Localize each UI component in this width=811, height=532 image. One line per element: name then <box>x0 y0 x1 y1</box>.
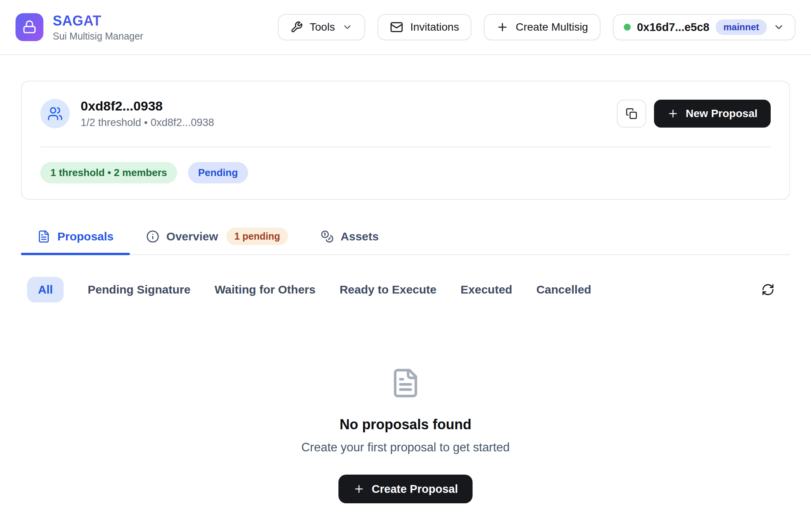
filter-executed[interactable]: Executed <box>461 277 512 302</box>
app-titles: SAGAT Sui Multisig Manager <box>53 13 143 42</box>
filter-all[interactable]: All <box>27 277 64 302</box>
tab-assets[interactable]: Assets <box>304 220 395 254</box>
copy-icon <box>626 108 637 119</box>
create-multisig-button[interactable]: Create Multisig <box>484 14 600 40</box>
tab-overview[interactable]: Overview 1 pending <box>130 220 304 254</box>
app-tagline: Sui Multisig Manager <box>53 31 143 42</box>
file-text-icon <box>390 368 421 399</box>
create-proposal-label: Create Proposal <box>372 483 458 496</box>
tab-label: Assets <box>341 230 379 243</box>
card-divider <box>40 147 771 147</box>
filter-ready-to-execute[interactable]: Ready to Execute <box>340 277 437 302</box>
plus-icon <box>496 21 509 33</box>
info-icon <box>146 230 159 243</box>
empty-subtitle: Create your first proposal to get starte… <box>301 440 510 454</box>
tab-label: Proposals <box>57 230 114 243</box>
proposal-filters: All Pending Signature Waiting for Others… <box>21 277 790 302</box>
multisig-badges: 1 threshold • 2 members Pending <box>40 162 771 183</box>
top-bar: SAGAT Sui Multisig Manager Tools <box>0 0 811 55</box>
wrench-icon <box>290 21 303 33</box>
mail-icon <box>390 21 403 34</box>
multisig-titles: 0xd8f2...0938 1/2 threshold • 0xd8f2...0… <box>81 98 214 129</box>
wallet-address: 0x16d7...e5c8 <box>637 21 709 34</box>
wallet-button[interactable]: 0x16d7...e5c8 mainnet <box>613 14 795 40</box>
plus-icon <box>667 108 679 119</box>
app-name: SAGAT <box>53 13 143 29</box>
users-icon <box>47 106 63 121</box>
multisig-card-actions: New Proposal <box>617 100 771 128</box>
copy-address-button[interactable] <box>617 100 646 128</box>
empty-state: No proposals found Create your first pro… <box>21 368 790 503</box>
network-badge: mainnet <box>716 19 767 35</box>
chevron-down-icon <box>342 22 353 33</box>
tools-label: Tools <box>310 21 335 33</box>
new-proposal-button[interactable]: New Proposal <box>654 100 771 128</box>
invitations-button[interactable]: Invitations <box>378 14 471 40</box>
membership-badge: 1 threshold • 2 members <box>40 162 177 183</box>
filter-cancelled[interactable]: Cancelled <box>536 277 591 302</box>
coins-icon <box>321 230 334 243</box>
app-root: SAGAT Sui Multisig Manager Tools <box>0 0 811 532</box>
refresh-button[interactable] <box>758 280 778 299</box>
wallet-status-dot <box>624 24 631 31</box>
file-text-icon <box>37 230 50 243</box>
filter-pending-signature[interactable]: Pending Signature <box>88 277 190 302</box>
pending-count-badge: 1 pending <box>226 228 288 245</box>
multisig-subtitle: 1/2 threshold • 0xd8f2...0938 <box>81 117 214 129</box>
new-proposal-label: New Proposal <box>686 107 758 120</box>
header-actions: Tools Invitations Create Multi <box>278 14 795 40</box>
tab-label: Overview <box>166 230 218 243</box>
plus-icon <box>353 483 365 495</box>
tab-bar: Proposals Overview 1 pending <box>21 220 790 255</box>
multisig-title: 0xd8f2...0938 <box>81 98 214 114</box>
status-badge: Pending <box>188 162 248 183</box>
multisig-card: 0xd8f2...0938 1/2 threshold • 0xd8f2...0… <box>21 81 790 200</box>
tab-proposals[interactable]: Proposals <box>21 220 130 254</box>
lock-icon <box>22 20 37 35</box>
main-content: 0xd8f2...0938 1/2 threshold • 0xd8f2...0… <box>0 81 811 503</box>
empty-title: No proposals found <box>340 416 471 433</box>
multisig-avatar <box>40 99 70 128</box>
invitations-label: Invitations <box>410 21 459 33</box>
create-multisig-label: Create Multisig <box>516 21 588 33</box>
tools-button[interactable]: Tools <box>278 14 365 40</box>
filter-waiting-for-others[interactable]: Waiting for Others <box>214 277 316 302</box>
multisig-card-header: 0xd8f2...0938 1/2 threshold • 0xd8f2...0… <box>40 98 771 129</box>
refresh-cw-icon <box>761 283 775 296</box>
chevron-down-icon <box>773 21 785 33</box>
create-proposal-button[interactable]: Create Proposal <box>338 475 473 503</box>
app-logo <box>16 13 43 41</box>
